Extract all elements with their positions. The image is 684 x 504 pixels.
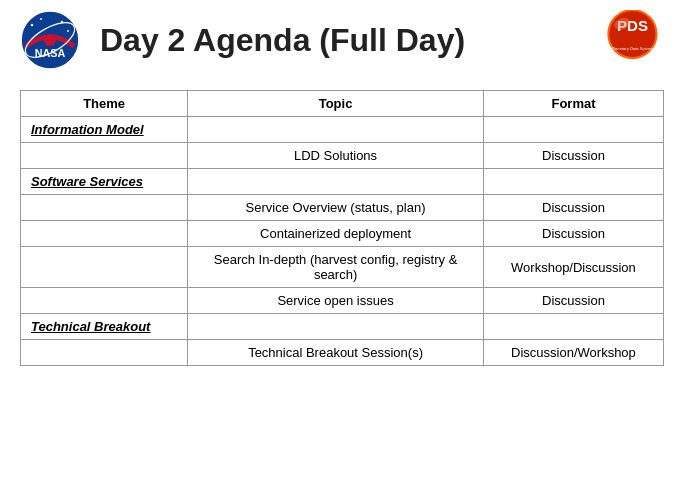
cell-format (483, 314, 663, 340)
page-header: NASA Day 2 Agenda (Full Day) PDS Planeta… (0, 0, 684, 80)
table-row: LDD SolutionsDiscussion (21, 143, 664, 169)
cell-format: Discussion (483, 288, 663, 314)
table-row: Technical Breakout (21, 314, 664, 340)
cell-topic: LDD Solutions (188, 143, 484, 169)
cell-format: Discussion (483, 195, 663, 221)
table-row: Search In-depth (harvest config, registr… (21, 247, 664, 288)
agenda-table-container: Theme Topic Format Information ModelLDD … (0, 80, 684, 376)
agenda-table: Theme Topic Format Information ModelLDD … (20, 90, 664, 366)
cell-format: Discussion (483, 143, 663, 169)
table-row: Service open issuesDiscussion (21, 288, 664, 314)
svg-text:Planetary Data System: Planetary Data System (611, 46, 654, 51)
nasa-logo: NASA (20, 10, 80, 70)
cell-topic (188, 117, 484, 143)
table-row: Service Overview (status, plan)Discussio… (21, 195, 664, 221)
cell-theme (21, 247, 188, 288)
cell-format (483, 169, 663, 195)
cell-topic: Service Overview (status, plan) (188, 195, 484, 221)
col-header-topic: Topic (188, 91, 484, 117)
cell-topic: Containerized deployment (188, 221, 484, 247)
cell-theme: Information Model (21, 117, 188, 143)
table-header-row: Theme Topic Format (21, 91, 664, 117)
cell-theme (21, 221, 188, 247)
svg-point-5 (67, 30, 69, 32)
cell-theme (21, 195, 188, 221)
table-row: Containerized deploymentDiscussion (21, 221, 664, 247)
cell-topic (188, 314, 484, 340)
pds-logo: PDS Planetary Data System (594, 10, 664, 65)
page-title: Day 2 Agenda (Full Day) (100, 22, 465, 59)
cell-format: Discussion/Workshop (483, 340, 663, 366)
table-row: Information Model (21, 117, 664, 143)
cell-theme (21, 143, 188, 169)
cell-topic: Service open issues (188, 288, 484, 314)
svg-point-2 (31, 24, 33, 26)
svg-point-3 (40, 18, 42, 20)
cell-format: Workshop/Discussion (483, 247, 663, 288)
col-header-theme: Theme (21, 91, 188, 117)
cell-theme: Software Services (21, 169, 188, 195)
cell-topic (188, 169, 484, 195)
cell-theme (21, 288, 188, 314)
cell-topic: Technical Breakout Session(s) (188, 340, 484, 366)
svg-point-8 (44, 34, 56, 46)
cell-format: Discussion (483, 221, 663, 247)
cell-theme (21, 340, 188, 366)
cell-format (483, 117, 663, 143)
cell-topic: Search In-depth (harvest config, registr… (188, 247, 484, 288)
col-header-format: Format (483, 91, 663, 117)
table-row: Technical Breakout Session(s)Discussion/… (21, 340, 664, 366)
cell-theme: Technical Breakout (21, 314, 188, 340)
table-row: Software Services (21, 169, 664, 195)
